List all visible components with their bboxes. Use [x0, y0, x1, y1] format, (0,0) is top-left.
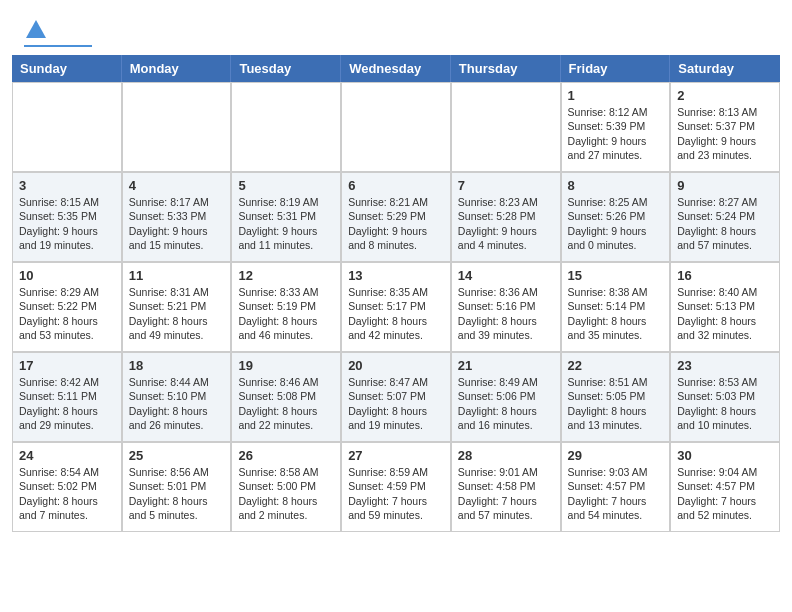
day-number: 13	[348, 268, 444, 283]
day-number: 25	[129, 448, 225, 463]
day-number: 9	[677, 178, 773, 193]
day-info: Sunrise: 8:25 AM Sunset: 5:26 PM Dayligh…	[568, 195, 664, 253]
day-cell-29: 29Sunrise: 9:03 AM Sunset: 4:57 PM Dayli…	[561, 442, 671, 532]
day-number: 11	[129, 268, 225, 283]
header-saturday: Saturday	[670, 55, 780, 82]
day-info: Sunrise: 8:47 AM Sunset: 5:07 PM Dayligh…	[348, 375, 444, 433]
header-thursday: Thursday	[451, 55, 561, 82]
empty-cell	[12, 82, 122, 172]
day-cell-15: 15Sunrise: 8:38 AM Sunset: 5:14 PM Dayli…	[561, 262, 671, 352]
calendar-body: 1Sunrise: 8:12 AM Sunset: 5:39 PM Daylig…	[12, 82, 780, 532]
day-cell-11: 11Sunrise: 8:31 AM Sunset: 5:21 PM Dayli…	[122, 262, 232, 352]
day-number: 5	[238, 178, 334, 193]
day-cell-24: 24Sunrise: 8:54 AM Sunset: 5:02 PM Dayli…	[12, 442, 122, 532]
day-cell-2: 2Sunrise: 8:13 AM Sunset: 5:37 PM Daylig…	[670, 82, 780, 172]
day-info: Sunrise: 8:33 AM Sunset: 5:19 PM Dayligh…	[238, 285, 334, 343]
day-cell-8: 8Sunrise: 8:25 AM Sunset: 5:26 PM Daylig…	[561, 172, 671, 262]
day-cell-20: 20Sunrise: 8:47 AM Sunset: 5:07 PM Dayli…	[341, 352, 451, 442]
day-info: Sunrise: 9:01 AM Sunset: 4:58 PM Dayligh…	[458, 465, 554, 523]
day-number: 21	[458, 358, 554, 373]
header-sunday: Sunday	[12, 55, 122, 82]
day-info: Sunrise: 8:53 AM Sunset: 5:03 PM Dayligh…	[677, 375, 773, 433]
day-number: 30	[677, 448, 773, 463]
day-info: Sunrise: 8:17 AM Sunset: 5:33 PM Dayligh…	[129, 195, 225, 253]
day-cell-12: 12Sunrise: 8:33 AM Sunset: 5:19 PM Dayli…	[231, 262, 341, 352]
day-number: 24	[19, 448, 115, 463]
empty-cell	[451, 82, 561, 172]
day-info: Sunrise: 8:23 AM Sunset: 5:28 PM Dayligh…	[458, 195, 554, 253]
day-cell-10: 10Sunrise: 8:29 AM Sunset: 5:22 PM Dayli…	[12, 262, 122, 352]
day-number: 26	[238, 448, 334, 463]
day-number: 7	[458, 178, 554, 193]
day-cell-22: 22Sunrise: 8:51 AM Sunset: 5:05 PM Dayli…	[561, 352, 671, 442]
logo-arrow-icon	[24, 18, 46, 40]
day-info: Sunrise: 8:58 AM Sunset: 5:00 PM Dayligh…	[238, 465, 334, 523]
day-info: Sunrise: 8:15 AM Sunset: 5:35 PM Dayligh…	[19, 195, 115, 253]
day-info: Sunrise: 8:40 AM Sunset: 5:13 PM Dayligh…	[677, 285, 773, 343]
day-number: 8	[568, 178, 664, 193]
day-cell-1: 1Sunrise: 8:12 AM Sunset: 5:39 PM Daylig…	[561, 82, 671, 172]
day-number: 17	[19, 358, 115, 373]
day-cell-14: 14Sunrise: 8:36 AM Sunset: 5:16 PM Dayli…	[451, 262, 561, 352]
day-cell-27: 27Sunrise: 8:59 AM Sunset: 4:59 PM Dayli…	[341, 442, 451, 532]
day-info: Sunrise: 8:44 AM Sunset: 5:10 PM Dayligh…	[129, 375, 225, 433]
day-number: 2	[677, 88, 773, 103]
day-cell-6: 6Sunrise: 8:21 AM Sunset: 5:29 PM Daylig…	[341, 172, 451, 262]
day-info: Sunrise: 8:13 AM Sunset: 5:37 PM Dayligh…	[677, 105, 773, 163]
day-info: Sunrise: 8:59 AM Sunset: 4:59 PM Dayligh…	[348, 465, 444, 523]
logo-underline	[24, 45, 92, 47]
day-info: Sunrise: 9:04 AM Sunset: 4:57 PM Dayligh…	[677, 465, 773, 523]
svg-marker-0	[26, 20, 46, 38]
header-wednesday: Wednesday	[341, 55, 451, 82]
day-number: 4	[129, 178, 225, 193]
day-info: Sunrise: 8:56 AM Sunset: 5:01 PM Dayligh…	[129, 465, 225, 523]
calendar-header: Sunday Monday Tuesday Wednesday Thursday…	[12, 55, 780, 82]
day-number: 1	[568, 88, 664, 103]
header-friday: Friday	[561, 55, 671, 82]
day-cell-26: 26Sunrise: 8:58 AM Sunset: 5:00 PM Dayli…	[231, 442, 341, 532]
day-info: Sunrise: 8:42 AM Sunset: 5:11 PM Dayligh…	[19, 375, 115, 433]
empty-cell	[341, 82, 451, 172]
day-number: 6	[348, 178, 444, 193]
empty-cell	[122, 82, 232, 172]
day-info: Sunrise: 8:29 AM Sunset: 5:22 PM Dayligh…	[19, 285, 115, 343]
header-tuesday: Tuesday	[231, 55, 341, 82]
day-number: 15	[568, 268, 664, 283]
day-info: Sunrise: 8:51 AM Sunset: 5:05 PM Dayligh…	[568, 375, 664, 433]
day-info: Sunrise: 8:35 AM Sunset: 5:17 PM Dayligh…	[348, 285, 444, 343]
day-info: Sunrise: 8:46 AM Sunset: 5:08 PM Dayligh…	[238, 375, 334, 433]
logo	[24, 18, 92, 47]
day-info: Sunrise: 8:38 AM Sunset: 5:14 PM Dayligh…	[568, 285, 664, 343]
day-cell-7: 7Sunrise: 8:23 AM Sunset: 5:28 PM Daylig…	[451, 172, 561, 262]
day-info: Sunrise: 8:36 AM Sunset: 5:16 PM Dayligh…	[458, 285, 554, 343]
day-cell-18: 18Sunrise: 8:44 AM Sunset: 5:10 PM Dayli…	[122, 352, 232, 442]
day-number: 10	[19, 268, 115, 283]
day-number: 14	[458, 268, 554, 283]
day-number: 23	[677, 358, 773, 373]
page-header	[0, 0, 792, 55]
day-number: 28	[458, 448, 554, 463]
day-number: 20	[348, 358, 444, 373]
day-cell-21: 21Sunrise: 8:49 AM Sunset: 5:06 PM Dayli…	[451, 352, 561, 442]
day-info: Sunrise: 9:03 AM Sunset: 4:57 PM Dayligh…	[568, 465, 664, 523]
day-number: 27	[348, 448, 444, 463]
day-number: 3	[19, 178, 115, 193]
day-number: 18	[129, 358, 225, 373]
day-info: Sunrise: 8:31 AM Sunset: 5:21 PM Dayligh…	[129, 285, 225, 343]
day-info: Sunrise: 8:54 AM Sunset: 5:02 PM Dayligh…	[19, 465, 115, 523]
day-cell-23: 23Sunrise: 8:53 AM Sunset: 5:03 PM Dayli…	[670, 352, 780, 442]
day-cell-16: 16Sunrise: 8:40 AM Sunset: 5:13 PM Dayli…	[670, 262, 780, 352]
calendar-container: Sunday Monday Tuesday Wednesday Thursday…	[12, 55, 780, 532]
day-number: 12	[238, 268, 334, 283]
day-cell-28: 28Sunrise: 9:01 AM Sunset: 4:58 PM Dayli…	[451, 442, 561, 532]
day-info: Sunrise: 8:21 AM Sunset: 5:29 PM Dayligh…	[348, 195, 444, 253]
day-info: Sunrise: 8:19 AM Sunset: 5:31 PM Dayligh…	[238, 195, 334, 253]
empty-cell	[231, 82, 341, 172]
day-cell-13: 13Sunrise: 8:35 AM Sunset: 5:17 PM Dayli…	[341, 262, 451, 352]
day-cell-25: 25Sunrise: 8:56 AM Sunset: 5:01 PM Dayli…	[122, 442, 232, 532]
day-cell-19: 19Sunrise: 8:46 AM Sunset: 5:08 PM Dayli…	[231, 352, 341, 442]
day-number: 16	[677, 268, 773, 283]
day-cell-9: 9Sunrise: 8:27 AM Sunset: 5:24 PM Daylig…	[670, 172, 780, 262]
day-cell-4: 4Sunrise: 8:17 AM Sunset: 5:33 PM Daylig…	[122, 172, 232, 262]
day-info: Sunrise: 8:12 AM Sunset: 5:39 PM Dayligh…	[568, 105, 664, 163]
